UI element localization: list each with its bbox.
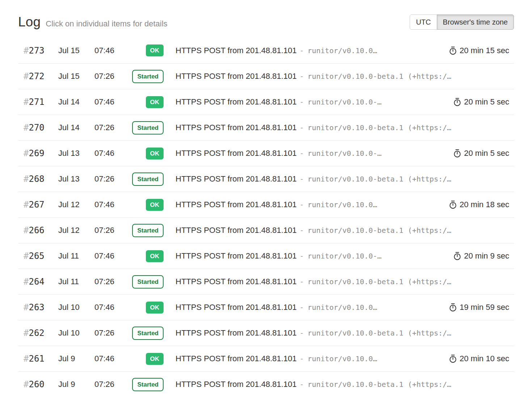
log-entry-number: #267	[24, 200, 58, 210]
message-separator: -	[300, 329, 304, 337]
status-badge-cell: OK	[131, 199, 164, 211]
log-entry-description: HTTPS POST from 201.48.81.101-runitor/v0…	[176, 328, 509, 338]
log-entry-date: Jul 12	[58, 226, 94, 235]
log-row[interactable]: #268 Jul 13 07:26 Started HTTPS POST fro…	[18, 166, 514, 192]
log-row[interactable]: #265 Jul 11 07:46 OK HTTPS POST from 201…	[18, 243, 514, 269]
ping-duration: 20 min 10 sec	[449, 354, 509, 363]
entry-number-value: 273	[29, 46, 44, 56]
stopwatch-icon	[449, 354, 457, 363]
utc-button[interactable]: UTC	[410, 14, 437, 30]
log-entry-time: 07:26	[94, 380, 131, 389]
status-badge: Started	[132, 70, 164, 83]
duration-text: 20 min 10 sec	[460, 354, 509, 363]
message-separator: -	[300, 303, 304, 312]
log-row[interactable]: #273 Jul 15 07:46 OK HTTPS POST from 201…	[18, 38, 514, 63]
duration-text: 20 min 9 sec	[464, 251, 509, 261]
log-row[interactable]: #263 Jul 10 07:46 OK HTTPS POST from 201…	[18, 294, 514, 320]
status-badge-cell: OK	[131, 96, 164, 108]
log-row[interactable]: #264 Jul 11 07:26 Started HTTPS POST fro…	[18, 269, 514, 294]
entry-number-value: 263	[29, 302, 44, 312]
log-row[interactable]: #262 Jul 10 07:26 Started HTTPS POST fro…	[18, 320, 514, 346]
message-separator: -	[300, 277, 304, 286]
log-page: Log Click on individual items for detail…	[0, 0, 532, 397]
status-badge: OK	[146, 96, 164, 108]
ping-message: HTTPS POST from 201.48.81.101	[176, 354, 297, 363]
log-entry-time: 07:46	[94, 303, 131, 312]
status-badge-cell: Started	[131, 275, 164, 289]
log-row[interactable]: #269 Jul 13 07:46 OK HTTPS POST from 201…	[18, 140, 514, 166]
log-entry-time: 07:26	[94, 72, 131, 81]
status-badge: OK	[146, 250, 164, 262]
log-entry-time: 07:26	[94, 174, 131, 184]
entry-number-value: 268	[29, 174, 44, 184]
message-separator: -	[300, 149, 304, 158]
hash-prefix: #	[24, 379, 29, 389]
title-wrap: Log Click on individual items for detail…	[18, 14, 168, 30]
log-entry-number: #269	[24, 148, 58, 158]
log-entry-time: 07:26	[94, 226, 131, 235]
log-entry-time: 07:26	[94, 277, 131, 286]
log-entry-time: 07:46	[94, 354, 131, 363]
stopwatch-icon	[453, 252, 461, 260]
message-separator: -	[300, 354, 304, 363]
user-agent-text: runitor/v0.10.0-beta.1 (+https:/…	[308, 226, 451, 235]
log-row[interactable]: #266 Jul 12 07:26 Started HTTPS POST fro…	[18, 217, 514, 243]
browser-timezone-button[interactable]: Browser's time zone	[437, 14, 514, 30]
message-separator: -	[300, 200, 304, 209]
log-row[interactable]: #267 Jul 12 07:46 OK HTTPS POST from 201…	[18, 192, 514, 217]
log-entry-description: HTTPS POST from 201.48.81.101-runitor/v0…	[176, 200, 443, 209]
entry-number-value: 270	[29, 123, 44, 133]
log-entry-date: Jul 11	[58, 277, 94, 286]
log-row[interactable]: #270 Jul 14 07:26 Started HTTPS POST fro…	[18, 115, 514, 140]
hash-prefix: #	[24, 174, 29, 184]
log-row[interactable]: #261 Jul 9 07:46 OK HTTPS POST from 201.…	[18, 346, 514, 371]
log-entry-number: #270	[24, 123, 58, 133]
log-row[interactable]: #271 Jul 14 07:46 OK HTTPS POST from 201…	[18, 89, 514, 115]
message-separator: -	[300, 380, 304, 389]
log-entry-number: #266	[24, 225, 58, 235]
hash-prefix: #	[24, 123, 29, 133]
log-entry-number: #263	[24, 302, 58, 312]
ping-message: HTTPS POST from 201.48.81.101	[176, 200, 297, 209]
status-badge-cell: OK	[131, 148, 164, 159]
status-badge: Started	[132, 327, 164, 340]
duration-text: 20 min 5 sec	[464, 149, 509, 158]
stopwatch-icon	[449, 200, 457, 209]
status-badge: OK	[146, 353, 164, 365]
log-entry-description: HTTPS POST from 201.48.81.101-runitor/v0…	[176, 303, 443, 312]
entry-number-value: 265	[29, 251, 44, 261]
user-agent-text: runitor/v0.10.0-beta.1 (+https:/…	[308, 175, 451, 183]
status-badge: OK	[146, 148, 164, 159]
status-badge: Started	[132, 172, 164, 186]
stopwatch-icon	[449, 46, 457, 55]
user-agent-text: runitor/v0.10.0-…	[308, 149, 382, 158]
user-agent-text: runitor/v0.10.0-beta.1 (+https:/…	[308, 277, 451, 286]
user-agent-text: runitor/v0.10.0-beta.1 (+https:/…	[308, 72, 451, 81]
log-entry-time: 07:46	[94, 200, 131, 209]
message-separator: -	[300, 98, 304, 106]
hash-prefix: #	[24, 354, 29, 364]
stopwatch-icon	[449, 303, 457, 312]
log-entry-description: HTTPS POST from 201.48.81.101-runitor/v0…	[176, 277, 509, 286]
ping-message: HTTPS POST from 201.48.81.101	[176, 149, 297, 158]
status-badge: Started	[132, 121, 164, 135]
log-entry-description: HTTPS POST from 201.48.81.101-runitor/v0…	[176, 149, 447, 158]
log-entry-time: 07:46	[94, 149, 131, 158]
log-entry-description: HTTPS POST from 201.48.81.101-runitor/v0…	[176, 354, 443, 363]
ping-duration: 20 min 15 sec	[449, 46, 509, 55]
ping-duration: 20 min 5 sec	[453, 97, 509, 107]
user-agent-text: runitor/v0.10.0-beta.1 (+https:/…	[308, 380, 451, 389]
entry-number-value: 271	[29, 97, 44, 107]
log-row[interactable]: #272 Jul 15 07:26 Started HTTPS POST fro…	[18, 63, 514, 89]
ping-message: HTTPS POST from 201.48.81.101	[176, 380, 297, 389]
status-badge-cell: OK	[131, 353, 164, 365]
status-badge-cell: Started	[131, 121, 164, 135]
message-separator: -	[300, 72, 304, 81]
duration-text: 19 min 59 sec	[460, 303, 509, 312]
duration-text: 20 min 15 sec	[460, 46, 509, 55]
status-badge: OK	[146, 44, 164, 56]
log-row[interactable]: #260 Jul 9 07:26 Started HTTPS POST from…	[18, 371, 514, 397]
log-entry-description: HTTPS POST from 201.48.81.101-runitor/v0…	[176, 123, 509, 132]
message-separator: -	[300, 226, 304, 235]
log-entry-description: HTTPS POST from 201.48.81.101-runitor/v0…	[176, 226, 509, 235]
